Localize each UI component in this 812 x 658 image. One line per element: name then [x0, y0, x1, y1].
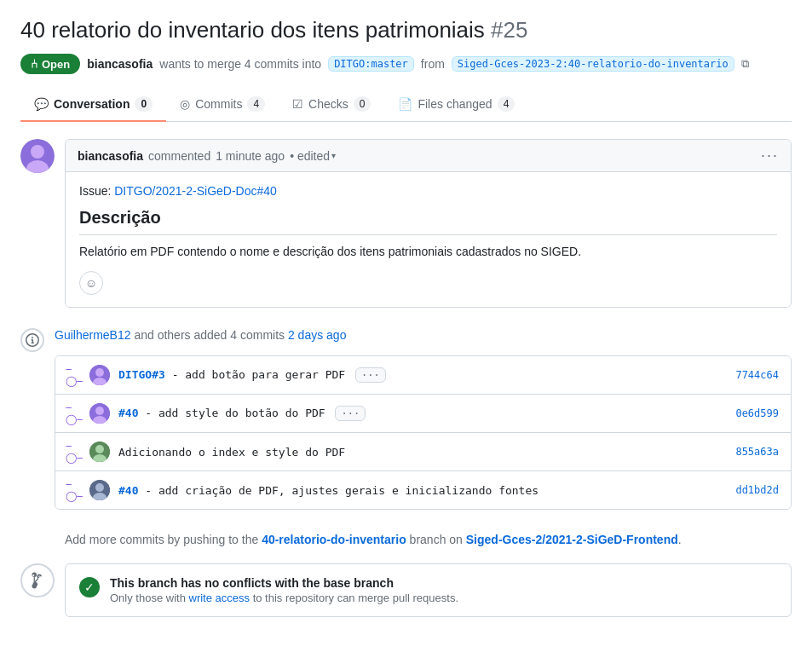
no-conflict-text: This branch has no conflicts with the ba… [110, 576, 458, 604]
merge-description: wants to merge 4 commits into [159, 57, 321, 71]
conversation-icon: 💬 [34, 97, 49, 111]
commit-sha-1[interactable]: 7744c64 [735, 369, 779, 381]
edited-label: • edited [290, 149, 330, 163]
commit-sha-2[interactable]: 0e6d599 [735, 407, 779, 419]
description-heading: Descrição [79, 208, 777, 235]
tab-files-changed[interactable]: 📄 Files changed 4 [384, 88, 528, 122]
push-note-middle: branch on [410, 533, 463, 546]
commit-message-1: DITGO#3 - add botão para gerar PDF ··· [118, 367, 727, 383]
svg-point-7 [95, 407, 104, 415]
checks-icon: ☑ [292, 97, 303, 111]
tab-conversation[interactable]: 💬 Conversation 0 [20, 88, 166, 122]
issue-label: Issue: [79, 184, 111, 198]
push-note: Add more commits by pushing to the 40-re… [65, 520, 792, 563]
commit-sha-3[interactable]: 855a63a [735, 446, 779, 458]
commit-dot-line-2: –◯– [67, 401, 81, 425]
tab-commits-label: Commits [195, 97, 242, 111]
svg-point-1 [31, 145, 44, 159]
commit-dot-1: –◯– [66, 363, 83, 387]
pr-title: 40 relatorio do inventario dos itens pat… [20, 17, 792, 43]
commits-icon: ◎ [180, 97, 190, 111]
open-badge-label: Open [42, 58, 70, 71]
tab-files-changed-count: 4 [498, 96, 515, 112]
commits-left-col [20, 321, 44, 510]
copy-icon[interactable]: ⧉ [741, 57, 749, 71]
open-badge: ⑃ Open [20, 54, 80, 74]
commits-header-description: and others added 4 commits [134, 328, 288, 342]
svg-point-10 [95, 445, 104, 453]
commit-dot-3: –◯– [66, 440, 83, 464]
issue-link-line: Issue: DITGO/2021-2-SiGeD-Doc#40 [79, 184, 777, 198]
commit-link-4[interactable]: #40 [118, 484, 138, 497]
write-access-link[interactable]: write access [189, 592, 251, 604]
commits-list: –◯– DITGO#3 - add botão para gerar PDF ·… [55, 355, 792, 510]
tab-conversation-count: 0 [135, 96, 153, 112]
avatar [20, 139, 55, 173]
branch-link[interactable]: 40-relatorio-do-inventario [262, 533, 406, 546]
commit-text-3: Adicionando o index e style do PDF [118, 446, 345, 459]
tab-commits[interactable]: ◎ Commits 4 [166, 88, 279, 122]
tab-commits-count: 4 [247, 96, 265, 112]
svg-point-4 [95, 368, 104, 377]
commits-wrapper: GuilhermeB12 and others added 4 commits … [20, 321, 792, 510]
subtitle-suffix: to this repository can merge pull reques… [253, 592, 458, 604]
commit-rest-2: - add style do botão do PDF [145, 407, 325, 419]
tab-checks-count: 0 [354, 96, 371, 112]
comment-box: biancasofia commented 1 minute ago • edi… [65, 139, 792, 308]
commit-rest-4: - add criação de PDF, ajustes gerais e i… [145, 484, 538, 497]
commit-row: –◯– #40 - add criação de PDF, ajustes ge… [55, 471, 791, 509]
commits-header-text: GuilhermeB12 and others added 4 commits … [55, 328, 346, 342]
commit-avatar-3 [89, 442, 110, 462]
pr-title-text: 40 relatorio do inventario dos itens pat… [20, 17, 485, 43]
commits-author-link[interactable]: GuilhermeB12 [55, 328, 131, 342]
commit-link-2[interactable]: #40 [118, 407, 138, 419]
commit-message-3: Adicionando o index e style do PDF [118, 446, 727, 459]
tabs-bar: 💬 Conversation 0 ◎ Commits 4 ☑ Checks 0 … [20, 88, 792, 122]
base-branch-badge[interactable]: DITGO:master [328, 56, 414, 72]
pr-author[interactable]: biancasofia [87, 57, 153, 71]
commit-dot-line-4: –◯– [67, 478, 81, 502]
edited-badge[interactable]: • edited ▾ [290, 149, 336, 163]
commit-dot-line-1: –◯– [67, 363, 81, 387]
merge-icon: ⑃ [31, 57, 37, 71]
commit-row: –◯– DITGO#3 - add botão para gerar PDF ·… [55, 356, 791, 395]
commit-expand-btn-1[interactable]: ··· [355, 367, 386, 383]
commits-time-link[interactable]: 2 days ago [288, 328, 347, 342]
commit-avatar-4 [89, 480, 110, 500]
commit-expand-btn-2[interactable]: ··· [335, 406, 366, 421]
tab-checks[interactable]: ☑ Checks 0 [279, 88, 384, 122]
comment-menu-dots: ··· [761, 147, 779, 164]
files-changed-icon: 📄 [398, 97, 412, 111]
tab-conversation-label: Conversation [54, 97, 130, 111]
commit-sha-4[interactable]: dd1bd2d [735, 484, 779, 496]
commit-message-2: #40 - add style do botão do PDF ··· [118, 406, 727, 421]
no-conflict-subtitle: Only those with write access to this rep… [110, 592, 458, 604]
repo-link[interactable]: Siged-Gces-2/2021-2-SiGeD-Frontend [466, 533, 678, 546]
commits-content: GuilhermeB12 and others added 4 commits … [55, 321, 792, 510]
commit-message-4: #40 - add criação de PDF, ajustes gerais… [118, 484, 727, 497]
commit-row: –◯– Adicionando o index e style do PDF 8… [55, 433, 791, 471]
content-area: biancasofia commented 1 minute ago • edi… [20, 139, 792, 631]
push-note-suffix: . [678, 533, 682, 546]
comment-time: 1 minute ago [216, 149, 285, 163]
subtitle-prefix: Only those with [110, 592, 186, 604]
from-label: from [421, 57, 445, 71]
commits-header-icon [20, 328, 44, 352]
emoji-reaction-button[interactable]: ☺ [79, 271, 103, 295]
tab-checks-label: Checks [308, 97, 348, 111]
svg-point-13 [95, 483, 104, 492]
head-branch-badge[interactable]: Siged-Gces-2023-2:40-relatorio-do-invent… [452, 56, 734, 72]
comment-author[interactable]: biancasofia [78, 149, 143, 163]
push-note-prefix: Add more commits by pushing to the [65, 533, 258, 546]
comment-header: biancasofia commented 1 minute ago • edi… [66, 140, 791, 172]
comment-block: biancasofia commented 1 minute ago • edi… [20, 139, 792, 308]
commit-row: –◯– #40 - add style do botão do PDF ··· … [55, 395, 791, 433]
no-conflict-title: This branch has no conflicts with the ba… [110, 576, 458, 590]
comment-menu-button[interactable]: ··· [761, 147, 779, 164]
commit-dot-4: –◯– [66, 478, 83, 502]
issue-link[interactable]: DITGO/2021-2-SiGeD-Doc#40 [114, 184, 277, 198]
commit-link-1[interactable]: DITGO#3 [118, 368, 165, 381]
comment-action: commented [148, 149, 210, 163]
status-row: ⑃ Open biancasofia wants to merge 4 comm… [20, 54, 792, 74]
commit-dot-2: –◯– [66, 401, 83, 425]
